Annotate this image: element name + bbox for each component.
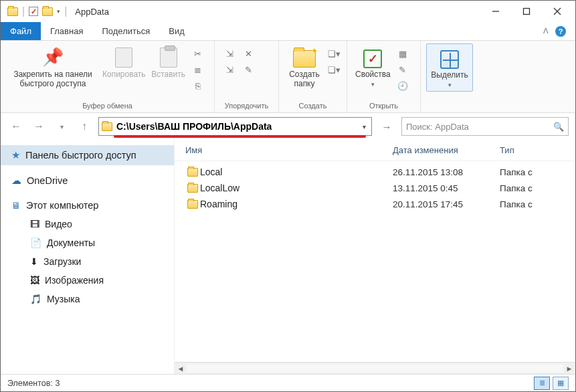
music-icon: 🎵: [30, 294, 41, 304]
folder-icon: [187, 200, 198, 209]
forward-button[interactable]: →: [30, 118, 47, 135]
pc-icon: 🖥: [11, 200, 21, 211]
sidebar-item-onedrive[interactable]: ☁OneDrive: [1, 171, 174, 191]
address-folder-icon: [102, 122, 112, 131]
sidebar-item-documents[interactable]: 📄Документы: [1, 233, 174, 252]
address-input[interactable]: [116, 121, 356, 132]
address-dropdown-icon[interactable]: ▾: [360, 123, 369, 130]
ribbon: 📌 Закрепить на панели быстрого доступа К…: [1, 41, 575, 113]
file-type: Папка с: [500, 199, 575, 209]
file-name: Roaming: [200, 199, 393, 209]
col-type[interactable]: Тип: [500, 145, 575, 155]
close-button[interactable]: [542, 1, 573, 21]
horizontal-scrollbar[interactable]: ◄ ►: [175, 362, 575, 374]
col-date[interactable]: Дата изменения: [393, 145, 500, 155]
search-box[interactable]: Поиск: AppData 🔍: [401, 117, 569, 136]
tab-home[interactable]: Главная: [41, 22, 92, 40]
delete-icon[interactable]: ✕: [240, 46, 256, 61]
tab-file[interactable]: Файл: [1, 22, 41, 40]
moveto-icon[interactable]: ⇲: [221, 46, 237, 61]
easyaccess-icon[interactable]: ❏▾: [326, 62, 342, 77]
qat-separator: |: [22, 5, 25, 17]
item-count: Элементов: 3: [7, 379, 60, 388]
view-largeicons-button[interactable]: ▦: [553, 377, 569, 390]
cloud-icon: ☁: [11, 175, 21, 187]
qat-separator: |: [64, 5, 67, 17]
sidebar-item-videos[interactable]: 🎞Видео: [1, 215, 174, 233]
sidebar-item-quickaccess[interactable]: ★Панель быстрого доступ: [1, 145, 174, 165]
picture-icon: 🖼: [30, 275, 39, 286]
maximize-button[interactable]: [511, 1, 542, 21]
newfolder-button[interactable]: Создать папку: [284, 43, 324, 89]
search-placeholder: Поиск: AppData: [406, 122, 553, 132]
download-icon: ⬇: [30, 256, 38, 267]
app-icon: [7, 7, 18, 16]
refresh-button[interactable]: →: [377, 117, 396, 136]
view-details-button[interactable]: ≣: [534, 377, 550, 390]
newfolder-icon: [293, 50, 316, 68]
navigation-pane: ★Панель быстрого доступ ☁OneDrive 🖥Этот …: [1, 140, 175, 374]
paste-button[interactable]: Вставить: [149, 43, 189, 80]
sidebar-item-music[interactable]: 🎵Музыка: [1, 290, 174, 308]
copyto-icon[interactable]: ⇲: [221, 62, 237, 77]
pasteshortcut-icon[interactable]: ⎘: [190, 78, 206, 93]
document-icon: 📄: [30, 237, 41, 248]
open-icon[interactable]: ▦: [395, 46, 411, 61]
select-icon: [440, 50, 459, 69]
file-type: Папка с: [500, 183, 575, 193]
paste-icon: [160, 47, 177, 68]
file-type: Папка с: [500, 167, 575, 177]
tab-share[interactable]: Поделиться: [92, 22, 159, 40]
newitem-icon[interactable]: ❏▾: [326, 46, 342, 61]
edit-icon[interactable]: ✎: [395, 62, 411, 77]
group-open-label: Открыть: [353, 100, 415, 111]
up-button[interactable]: ↑: [76, 118, 93, 135]
sidebar-item-thispc[interactable]: 🖥Этот компьютер: [1, 196, 174, 215]
properties-icon: ✓: [363, 50, 382, 68]
history-icon[interactable]: 🕘: [395, 78, 411, 93]
video-icon: 🎞: [30, 219, 39, 229]
rename-icon[interactable]: ✎: [240, 62, 256, 77]
star-icon: ★: [11, 149, 20, 161]
pin-icon: 📌: [42, 47, 64, 68]
cut-icon[interactable]: ✂: [190, 46, 206, 61]
select-button[interactable]: Выделить ▾: [426, 43, 473, 92]
window-title: AppData: [75, 7, 109, 17]
file-list-pane: Имя Дата изменения Тип Local26.11.2015 1…: [175, 140, 575, 374]
explorer-window: | ✓ ▾ | AppData Файл Главная Поделиться …: [0, 0, 576, 392]
scroll-left-icon[interactable]: ◄: [175, 365, 187, 373]
table-row[interactable]: LocalLow13.11.2015 0:45Папка с: [175, 180, 575, 196]
file-date: 13.11.2015 0:45: [393, 183, 500, 193]
search-icon: 🔍: [553, 122, 564, 132]
address-bar[interactable]: ▾: [98, 117, 372, 136]
tab-view[interactable]: Вид: [159, 22, 194, 40]
collapse-ribbon-icon[interactable]: ᐱ: [543, 27, 549, 35]
highlight-underline: [114, 135, 366, 138]
copy-button[interactable]: Копировать: [100, 43, 149, 80]
table-row[interactable]: Local26.11.2015 13:08Папка с: [175, 164, 575, 180]
properties-button[interactable]: ✓ Свойства ▾: [353, 43, 393, 88]
column-headers: Имя Дата изменения Тип: [175, 140, 575, 161]
pin-button[interactable]: 📌 Закрепить на панели быстрого доступа: [6, 43, 100, 89]
group-create-label: Создать: [284, 100, 341, 111]
sidebar-item-pictures[interactable]: 🖼Изображения: [1, 271, 174, 290]
sidebar-item-downloads[interactable]: ⬇Загрузки: [1, 252, 174, 271]
recent-dropdown[interactable]: ▾: [53, 118, 70, 135]
qat-folder-icon[interactable]: [42, 7, 53, 16]
folder-icon: [187, 184, 198, 193]
folder-icon: [187, 168, 198, 177]
file-name: Local: [200, 167, 393, 177]
scroll-right-icon[interactable]: ►: [563, 365, 575, 373]
nav-row: ← → ▾ ↑ ▾ → Поиск: AppData 🔍: [1, 113, 575, 140]
status-bar: Элементов: 3 ≣ ▦: [1, 374, 575, 391]
svg-rect-1: [524, 9, 530, 15]
copypath-icon[interactable]: ≣: [190, 62, 206, 77]
qat-checkbox-icon[interactable]: ✓: [29, 7, 38, 16]
back-button[interactable]: ←: [7, 118, 25, 135]
help-icon[interactable]: ?: [555, 26, 566, 37]
col-name[interactable]: Имя: [185, 145, 393, 155]
qat-dropdown-icon[interactable]: ▾: [57, 8, 60, 15]
minimize-button[interactable]: [480, 1, 511, 21]
table-row[interactable]: Roaming20.11.2015 17:45Папка с: [175, 196, 575, 212]
file-name: LocalLow: [200, 183, 393, 193]
